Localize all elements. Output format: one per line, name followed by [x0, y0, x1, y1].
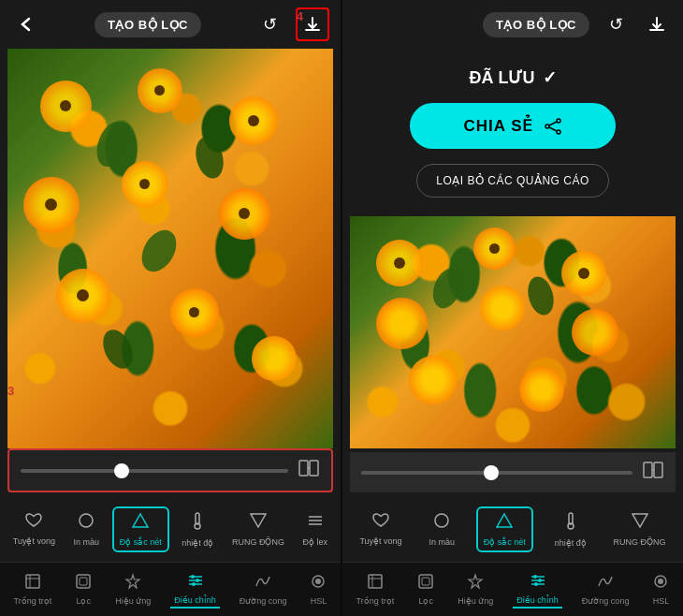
- filter-tab-do-lex[interactable]: Độ lex: [298, 508, 334, 550]
- saved-label: ĐÃ LƯU ✓: [470, 67, 557, 88]
- right-filter-tab-nhiet-do[interactable]: nhiệt độ: [549, 507, 592, 551]
- right-tuyet-vong-icon: [372, 513, 389, 533]
- left-top-bar: TẠO BỘ LỌC ↺: [0, 0, 341, 49]
- svg-marker-7: [251, 514, 266, 527]
- right-do-sac-net-icon: [496, 512, 513, 534]
- svg-point-49: [658, 579, 663, 584]
- right-tool-loc[interactable]: Lọc: [414, 571, 438, 608]
- svg-point-23: [315, 579, 321, 584]
- tuyet-vong-icon: [25, 513, 42, 533]
- right-compare-icon[interactable]: [642, 460, 664, 485]
- hsl-icon: [310, 573, 327, 594]
- tool-label-hsl: HSL: [311, 596, 327, 606]
- tool-duong-cong[interactable]: Đường cong: [236, 571, 291, 608]
- svg-rect-34: [569, 513, 573, 524]
- right-slider-track[interactable]: [361, 471, 632, 475]
- svg-rect-5: [196, 513, 199, 524]
- right-create-filter-button[interactable]: TẠO BỘ LỌC: [483, 12, 589, 37]
- filter-tab-tuyet-vong[interactable]: Tuyệt vong: [7, 509, 61, 550]
- left-slider-thumb[interactable]: [114, 463, 129, 478]
- right-filter-label-nhiet-do: nhiệt độ: [555, 538, 587, 548]
- filter-tab-in-mau[interactable]: In màu: [68, 508, 106, 550]
- right-hsl-icon: [652, 573, 669, 594]
- remove-ads-button[interactable]: LOẠI BỎ CÁC QUẢNG CÁO: [416, 164, 609, 198]
- right-tool-dieu-chinh[interactable]: Điều chỉnh: [513, 570, 562, 609]
- right-filter-tabs: Tuyệt vong In màu Độ sắc nét nhiệt độ RU…: [342, 496, 683, 562]
- svg-rect-0: [299, 461, 308, 476]
- filter-tab-nhiet-do[interactable]: nhiệt độ: [176, 507, 219, 551]
- hieu-ung-icon: [124, 573, 141, 594]
- right-tool-trong-trot[interactable]: Trồng trọt: [353, 571, 399, 608]
- right-in-mau-icon: [433, 512, 450, 534]
- right-dieu-chinh-icon: [530, 572, 546, 593]
- tool-loc[interactable]: Lọc: [71, 571, 95, 608]
- do-sac-net-icon: [132, 512, 149, 534]
- right-filter-label-do-sac-net: Độ sắc nét: [484, 537, 526, 547]
- history-button[interactable]: ↺: [254, 9, 284, 39]
- svg-rect-29: [644, 462, 652, 477]
- tool-trong-trot[interactable]: Trồng trọt: [10, 571, 56, 608]
- tool-hieu-ung[interactable]: Hiệu ứng: [111, 571, 154, 608]
- saved-text: ĐÃ LƯU: [470, 67, 535, 88]
- right-history-button[interactable]: ↺: [601, 9, 631, 39]
- svg-marker-33: [497, 514, 512, 527]
- left-flower-image: [7, 49, 333, 448]
- svg-line-27: [549, 122, 557, 125]
- badge-3: 3: [7, 384, 14, 398]
- right-tool-label-hieu-ung: Hiệu ứng: [458, 596, 493, 606]
- tool-label-duong-cong: Đường cong: [240, 596, 287, 606]
- left-image-area: [7, 49, 333, 448]
- filter-label-do-lex: Độ lex: [303, 537, 328, 547]
- do-lex-icon: [307, 512, 324, 534]
- compare-icon[interactable]: [298, 458, 320, 483]
- tool-label-loc: Lọc: [76, 596, 91, 606]
- right-slider-thumb[interactable]: [484, 465, 499, 480]
- svg-point-3: [80, 514, 93, 527]
- right-nhiet-do-icon: [564, 511, 577, 535]
- svg-rect-1: [310, 461, 318, 476]
- right-filter-tab-in-mau[interactable]: In màu: [423, 508, 460, 550]
- right-top-bar: TẠO BỘ LỌC ↺: [342, 0, 683, 49]
- badge-4: 4: [297, 9, 303, 23]
- back-button[interactable]: [11, 9, 41, 39]
- svg-marker-4: [133, 514, 148, 527]
- rung-dong-icon: [250, 512, 267, 534]
- right-panel: TẠO BỘ LỌC ↺ ĐÃ LƯU ✓ CHIA SẺ LOẠI BỎ CÁ…: [342, 0, 683, 616]
- svg-rect-37: [369, 575, 382, 588]
- right-slider-area: [350, 452, 676, 492]
- svg-point-25: [557, 130, 560, 134]
- filter-tab-rung-dong[interactable]: RUNG ĐỘNG: [226, 508, 290, 550]
- right-filter-tab-rung-dong[interactable]: RUNG ĐỘNG: [608, 508, 672, 550]
- right-filter-tab-tuyet-vong[interactable]: Tuyệt vong: [354, 509, 407, 550]
- right-filter-tab-do-sac-net[interactable]: Độ sắc nét: [476, 506, 533, 552]
- svg-point-46: [538, 579, 542, 582]
- filter-tab-do-sac-net[interactable]: Độ sắc nét: [112, 506, 169, 552]
- right-tool-label-hsl: HSL: [653, 596, 670, 606]
- right-download-button[interactable]: [642, 9, 672, 39]
- trong-trot-icon: [24, 573, 41, 594]
- right-tool-duong-cong[interactable]: Đường cong: [578, 571, 633, 608]
- svg-point-32: [435, 514, 448, 527]
- left-panel: TẠO BỘ LỌC ↺ 4: [0, 0, 341, 616]
- right-duong-cong-icon: [597, 573, 614, 594]
- tool-hsl[interactable]: HSL: [306, 571, 330, 608]
- right-tool-hieu-ung[interactable]: Hiệu ứng: [454, 571, 497, 608]
- filter-label-in-mau: In màu: [74, 537, 100, 547]
- right-tool-label-trong-trot: Trồng trọt: [356, 596, 395, 606]
- svg-point-24: [557, 119, 560, 123]
- right-filter-label-rung-dong: RUNG ĐỘNG: [614, 537, 666, 547]
- share-label: CHIA SẺ: [464, 116, 534, 136]
- left-slider-track[interactable]: [21, 469, 288, 473]
- right-tool-label-dieu-chinh: Điều chỉnh: [516, 595, 559, 605]
- right-tool-hsl[interactable]: HSL: [648, 571, 673, 608]
- svg-rect-11: [26, 575, 39, 588]
- svg-rect-15: [80, 578, 87, 585]
- tool-dieu-chinh[interactable]: Điều chỉnh: [170, 570, 220, 609]
- filter-label-nhiet-do: nhiệt độ: [182, 538, 213, 548]
- create-filter-button[interactable]: TẠO BỘ LỌC: [94, 12, 201, 37]
- svg-point-26: [545, 125, 549, 128]
- svg-point-45: [533, 575, 537, 579]
- loc-icon: [75, 573, 92, 594]
- top-bar-icons: ↺: [254, 7, 329, 41]
- share-button[interactable]: CHIA SẺ: [410, 103, 616, 149]
